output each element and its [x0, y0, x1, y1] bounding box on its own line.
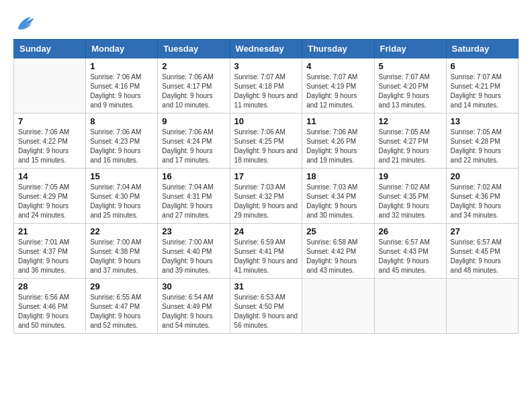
day-info: Sunrise: 7:02 AMSunset: 4:35 PMDaylight:…	[379, 183, 442, 220]
day-number: 7	[18, 116, 81, 126]
day-number: 28	[18, 281, 81, 291]
day-info: Sunrise: 7:06 AMSunset: 4:24 PMDaylight:…	[162, 128, 225, 165]
calendar-cell: 31Sunrise: 6:53 AMSunset: 4:50 PMDayligh…	[230, 279, 302, 334]
calendar-cell: 14Sunrise: 7:05 AMSunset: 4:29 PMDayligh…	[14, 169, 86, 224]
day-number: 30	[162, 281, 225, 291]
day-number: 27	[451, 226, 514, 236]
day-info: Sunrise: 7:06 AMSunset: 4:17 PMDaylight:…	[162, 73, 225, 110]
day-info: Sunrise: 7:03 AMSunset: 4:32 PMDaylight:…	[234, 183, 298, 220]
day-info: Sunrise: 6:54 AMSunset: 4:49 PMDaylight:…	[162, 293, 225, 330]
calendar-week-row: 28Sunrise: 6:56 AMSunset: 4:46 PMDayligh…	[14, 279, 519, 334]
logo-icon	[13, 13, 35, 32]
calendar-cell: 11Sunrise: 7:06 AMSunset: 4:26 PMDayligh…	[302, 113, 374, 169]
day-info: Sunrise: 6:53 AMSunset: 4:50 PMDaylight:…	[234, 293, 298, 330]
weekday-header: Thursday	[302, 40, 374, 58]
weekday-header: Wednesday	[230, 40, 302, 58]
calendar-week-row: 21Sunrise: 7:01 AMSunset: 4:37 PMDayligh…	[14, 224, 519, 279]
calendar-cell	[374, 279, 446, 334]
day-number: 25	[306, 226, 369, 236]
day-info: Sunrise: 6:57 AMSunset: 4:45 PMDaylight:…	[451, 238, 514, 275]
weekday-header-row: SundayMondayTuesdayWednesdayThursdayFrid…	[14, 40, 519, 58]
day-info: Sunrise: 7:06 AMSunset: 4:25 PMDaylight:…	[234, 128, 298, 165]
day-info: Sunrise: 7:05 AMSunset: 4:28 PMDaylight:…	[451, 128, 514, 165]
day-info: Sunrise: 6:59 AMSunset: 4:41 PMDaylight:…	[234, 238, 298, 275]
day-number: 1	[90, 61, 153, 71]
calendar-cell: 2Sunrise: 7:06 AMSunset: 4:17 PMDaylight…	[158, 58, 230, 113]
calendar-cell: 19Sunrise: 7:02 AMSunset: 4:35 PMDayligh…	[374, 169, 446, 224]
calendar-cell: 21Sunrise: 7:01 AMSunset: 4:37 PMDayligh…	[14, 224, 86, 279]
calendar-cell: 7Sunrise: 7:06 AMSunset: 4:22 PMDaylight…	[14, 113, 86, 169]
calendar-cell: 6Sunrise: 7:07 AMSunset: 4:21 PMDaylight…	[446, 58, 518, 113]
day-number: 15	[90, 171, 153, 181]
calendar-cell: 20Sunrise: 7:02 AMSunset: 4:36 PMDayligh…	[446, 169, 518, 224]
day-number: 22	[90, 226, 153, 236]
day-info: Sunrise: 7:07 AMSunset: 4:21 PMDaylight:…	[451, 73, 514, 110]
day-info: Sunrise: 7:04 AMSunset: 4:31 PMDaylight:…	[162, 183, 225, 220]
calendar-cell: 18Sunrise: 7:03 AMSunset: 4:34 PMDayligh…	[302, 169, 374, 224]
day-info: Sunrise: 6:58 AMSunset: 4:42 PMDaylight:…	[306, 238, 369, 275]
day-info: Sunrise: 7:04 AMSunset: 4:30 PMDaylight:…	[90, 183, 153, 220]
day-number: 8	[90, 116, 153, 126]
day-number: 6	[451, 61, 514, 71]
weekday-header: Monday	[86, 40, 158, 58]
day-number: 5	[379, 61, 442, 71]
day-info: Sunrise: 7:03 AMSunset: 4:34 PMDaylight:…	[306, 183, 369, 220]
calendar-week-row: 14Sunrise: 7:05 AMSunset: 4:29 PMDayligh…	[14, 169, 519, 224]
calendar-cell	[14, 58, 86, 113]
weekday-header: Saturday	[446, 40, 518, 58]
day-number: 13	[451, 116, 514, 126]
calendar-cell: 12Sunrise: 7:05 AMSunset: 4:27 PMDayligh…	[374, 113, 446, 169]
day-number: 23	[162, 226, 225, 236]
calendar-cell: 5Sunrise: 7:07 AMSunset: 4:20 PMDaylight…	[374, 58, 446, 113]
weekday-header: Friday	[374, 40, 446, 58]
calendar-cell: 9Sunrise: 7:06 AMSunset: 4:24 PMDaylight…	[158, 113, 230, 169]
calendar-cell: 4Sunrise: 7:07 AMSunset: 4:19 PMDaylight…	[302, 58, 374, 113]
calendar-cell: 8Sunrise: 7:06 AMSunset: 4:23 PMDaylight…	[86, 113, 158, 169]
calendar-week-row: 7Sunrise: 7:06 AMSunset: 4:22 PMDaylight…	[14, 113, 519, 169]
calendar-cell: 16Sunrise: 7:04 AMSunset: 4:31 PMDayligh…	[158, 169, 230, 224]
weekday-header: Tuesday	[158, 40, 230, 58]
day-info: Sunrise: 7:07 AMSunset: 4:19 PMDaylight:…	[306, 73, 369, 110]
calendar-cell: 29Sunrise: 6:55 AMSunset: 4:47 PMDayligh…	[86, 279, 158, 334]
day-number: 12	[379, 116, 442, 126]
logo	[13, 13, 38, 32]
day-number: 16	[162, 171, 225, 181]
day-number: 26	[379, 226, 442, 236]
calendar-cell	[446, 279, 518, 334]
calendar-cell: 13Sunrise: 7:05 AMSunset: 4:28 PMDayligh…	[446, 113, 518, 169]
day-info: Sunrise: 7:00 AMSunset: 4:40 PMDaylight:…	[162, 238, 225, 275]
day-info: Sunrise: 7:07 AMSunset: 4:20 PMDaylight:…	[379, 73, 442, 110]
day-info: Sunrise: 6:56 AMSunset: 4:46 PMDaylight:…	[18, 293, 81, 330]
calendar-cell: 28Sunrise: 6:56 AMSunset: 4:46 PMDayligh…	[14, 279, 86, 334]
day-info: Sunrise: 7:06 AMSunset: 4:22 PMDaylight:…	[18, 128, 81, 165]
day-info: Sunrise: 7:06 AMSunset: 4:23 PMDaylight:…	[90, 128, 153, 165]
calendar-cell: 22Sunrise: 7:00 AMSunset: 4:38 PMDayligh…	[86, 224, 158, 279]
day-number: 29	[90, 281, 153, 291]
calendar-cell: 30Sunrise: 6:54 AMSunset: 4:49 PMDayligh…	[158, 279, 230, 334]
day-info: Sunrise: 6:57 AMSunset: 4:43 PMDaylight:…	[379, 238, 442, 275]
day-number: 14	[18, 171, 81, 181]
day-info: Sunrise: 7:05 AMSunset: 4:29 PMDaylight:…	[18, 183, 81, 220]
day-number: 21	[18, 226, 81, 236]
calendar-cell: 3Sunrise: 7:07 AMSunset: 4:18 PMDaylight…	[230, 58, 302, 113]
calendar-cell: 17Sunrise: 7:03 AMSunset: 4:32 PMDayligh…	[230, 169, 302, 224]
day-number: 18	[306, 171, 369, 181]
day-number: 19	[379, 171, 442, 181]
calendar-cell: 15Sunrise: 7:04 AMSunset: 4:30 PMDayligh…	[86, 169, 158, 224]
day-number: 3	[234, 61, 298, 71]
day-number: 2	[162, 61, 225, 71]
calendar-cell: 26Sunrise: 6:57 AMSunset: 4:43 PMDayligh…	[374, 224, 446, 279]
day-number: 4	[306, 61, 369, 71]
calendar-cell: 27Sunrise: 6:57 AMSunset: 4:45 PMDayligh…	[446, 224, 518, 279]
calendar-cell: 24Sunrise: 6:59 AMSunset: 4:41 PMDayligh…	[230, 224, 302, 279]
page-header	[13, 13, 519, 32]
day-number: 10	[234, 116, 298, 126]
weekday-header: Sunday	[14, 40, 86, 58]
day-info: Sunrise: 6:55 AMSunset: 4:47 PMDaylight:…	[90, 293, 153, 330]
day-number: 31	[234, 281, 298, 291]
calendar-cell: 23Sunrise: 7:00 AMSunset: 4:40 PMDayligh…	[158, 224, 230, 279]
day-info: Sunrise: 7:06 AMSunset: 4:26 PMDaylight:…	[306, 128, 369, 165]
calendar-cell: 25Sunrise: 6:58 AMSunset: 4:42 PMDayligh…	[302, 224, 374, 279]
day-number: 24	[234, 226, 298, 236]
calendar-cell	[302, 279, 374, 334]
